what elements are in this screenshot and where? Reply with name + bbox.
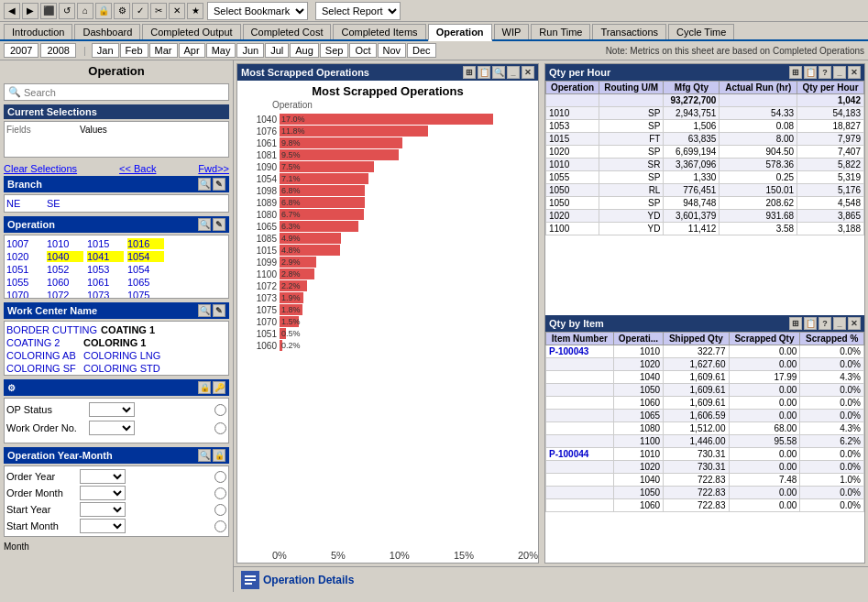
start-month-select[interactable] bbox=[80, 519, 126, 533]
back-icon[interactable]: ◀ bbox=[4, 3, 20, 19]
bar-chart-icon3[interactable]: 🔍 bbox=[492, 66, 505, 79]
work-order-select[interactable] bbox=[89, 421, 135, 435]
start-year-radio[interactable] bbox=[214, 504, 226, 516]
tab-completed-output[interactable]: Completed Output bbox=[142, 24, 240, 39]
bookmark-select[interactable]: Select Bookmark bbox=[207, 2, 308, 20]
op-1020[interactable]: 1020 bbox=[6, 251, 43, 262]
op-status-select[interactable] bbox=[89, 402, 135, 417]
qty-item-icon3[interactable]: ? bbox=[819, 317, 831, 330]
bar-chart-close[interactable]: ✕ bbox=[522, 66, 534, 79]
branch-ne[interactable]: NE bbox=[6, 198, 43, 209]
op-1070[interactable]: 1070 bbox=[6, 290, 43, 299]
x-icon[interactable]: ✕ bbox=[169, 3, 185, 19]
op-1041[interactable]: 1041 bbox=[87, 251, 124, 262]
ym-lock-icon[interactable]: 🔒 bbox=[213, 449, 225, 462]
wc-edit-icon[interactable]: ✎ bbox=[213, 304, 225, 317]
tab-completed-cost[interactable]: Completed Cost bbox=[243, 24, 332, 39]
lock-icon[interactable]: 🔒 bbox=[95, 3, 112, 19]
op-lock-icon[interactable]: 🔒 bbox=[198, 381, 211, 394]
tab-completed-items[interactable]: Completed Items bbox=[333, 24, 425, 39]
back-btn[interactable]: << Back bbox=[119, 163, 156, 174]
wc-coloring-lng[interactable]: COLORING LNG bbox=[83, 350, 160, 361]
op-1052[interactable]: 1052 bbox=[47, 264, 83, 275]
qty-hour-icon2[interactable]: 📋 bbox=[804, 66, 817, 79]
year-2007-btn[interactable]: 2007 bbox=[4, 43, 38, 58]
wc-coloring-sf[interactable]: COLORING SF bbox=[6, 363, 80, 374]
month-nov-btn[interactable]: Nov bbox=[378, 43, 407, 58]
op-1054a[interactable]: 1054 bbox=[127, 251, 164, 262]
fwd-btn[interactable]: Fwd>> bbox=[198, 163, 229, 174]
gear-icon[interactable]: ⚙ bbox=[114, 3, 130, 19]
month-feb-btn[interactable]: Feb bbox=[120, 43, 148, 58]
wc-coloring-ab[interactable]: COLORING AB bbox=[6, 350, 80, 361]
work-order-radio[interactable] bbox=[214, 422, 226, 434]
check-icon[interactable]: ✓ bbox=[132, 3, 148, 19]
month-mar-btn[interactable]: Mar bbox=[149, 43, 178, 58]
op-1073[interactable]: 1073 bbox=[87, 290, 124, 299]
order-month-select[interactable] bbox=[80, 486, 126, 500]
tab-cycle-time[interactable]: Cycle Time bbox=[668, 24, 734, 39]
op-1055[interactable]: 1055 bbox=[6, 277, 43, 288]
report-select[interactable]: Select Report bbox=[315, 2, 401, 20]
bar-chart-icon1[interactable]: ⊞ bbox=[463, 66, 476, 79]
wc-border-cutting[interactable]: BORDER CUTTING bbox=[6, 324, 97, 335]
operation-edit-icon[interactable]: ✎ bbox=[213, 218, 225, 231]
month-aug-btn[interactable]: Aug bbox=[290, 43, 319, 58]
op-1010[interactable]: 1010 bbox=[47, 238, 83, 249]
stop-icon[interactable]: ⬛ bbox=[40, 3, 57, 19]
qty-item-icon1[interactable]: ⊞ bbox=[789, 317, 802, 330]
year-2008-btn[interactable]: 2008 bbox=[40, 43, 75, 58]
refresh-icon[interactable]: ↺ bbox=[59, 3, 75, 19]
op-1051[interactable]: 1051 bbox=[6, 264, 43, 275]
op-1061[interactable]: 1061 bbox=[87, 277, 124, 288]
wc-coating1[interactable]: COATING 1 bbox=[101, 324, 174, 335]
start-year-select[interactable] bbox=[80, 502, 126, 517]
home-icon[interactable]: ⌂ bbox=[77, 3, 93, 19]
star-icon[interactable]: ★ bbox=[187, 3, 203, 19]
qty-item-icon2[interactable]: 📋 bbox=[804, 317, 817, 330]
order-month-radio[interactable] bbox=[214, 487, 226, 499]
qty-hour-icon1[interactable]: ⊞ bbox=[789, 66, 802, 79]
search-box[interactable]: 🔍 bbox=[4, 83, 229, 101]
tab-operation[interactable]: Operation bbox=[428, 24, 492, 41]
op-1054b[interactable]: 1054 bbox=[127, 264, 164, 275]
order-year-select[interactable] bbox=[80, 469, 126, 484]
start-month-radio[interactable] bbox=[214, 520, 226, 532]
bar-chart-icon2[interactable]: 📋 bbox=[478, 66, 490, 79]
tab-wip[interactable]: WIP bbox=[494, 24, 530, 39]
op-status-radio[interactable] bbox=[214, 404, 226, 416]
month-jun-btn[interactable]: Jun bbox=[236, 43, 264, 58]
qty-item-close[interactable]: ✕ bbox=[848, 317, 861, 330]
branch-edit-icon[interactable]: ✎ bbox=[213, 178, 225, 191]
branch-se[interactable]: SE bbox=[47, 198, 83, 209]
forward-icon[interactable]: ▶ bbox=[22, 3, 38, 19]
qty-item-minimize[interactable]: _ bbox=[833, 317, 846, 330]
wc-coloring-std[interactable]: COLORING STD bbox=[83, 363, 160, 374]
qty-hour-icon3[interactable]: ? bbox=[819, 66, 831, 79]
clear-selections-btn[interactable]: Clear Selections bbox=[4, 163, 77, 174]
cut-icon[interactable]: ✂ bbox=[150, 3, 167, 19]
search-input[interactable] bbox=[24, 87, 225, 98]
bar-chart-minimize[interactable]: _ bbox=[507, 66, 520, 79]
op-key-icon[interactable]: 🔑 bbox=[213, 381, 225, 394]
month-jul-btn[interactable]: Jul bbox=[265, 43, 289, 58]
wc-coating2[interactable]: COATING 2 bbox=[6, 337, 80, 348]
month-dec-btn[interactable]: Dec bbox=[407, 43, 436, 58]
order-year-radio[interactable] bbox=[214, 471, 226, 483]
op-1060[interactable]: 1060 bbox=[47, 277, 83, 288]
operation-search-icon[interactable]: 🔍 bbox=[198, 218, 211, 231]
wc-coloring1[interactable]: COLORING 1 bbox=[83, 337, 157, 348]
op-1072[interactable]: 1072 bbox=[47, 290, 83, 299]
ym-search-icon[interactable]: 🔍 bbox=[198, 449, 211, 462]
op-1007[interactable]: 1007 bbox=[6, 238, 43, 249]
tab-run-time[interactable]: Run Time bbox=[531, 24, 590, 39]
op-1075[interactable]: 1075 bbox=[127, 290, 164, 299]
op-1040[interactable]: 1040 bbox=[47, 251, 83, 262]
month-jan-btn[interactable]: Jan bbox=[92, 43, 119, 58]
tab-transactions[interactable]: Transactions bbox=[592, 24, 666, 39]
branch-search-icon[interactable]: 🔍 bbox=[198, 178, 211, 191]
month-oct-btn[interactable]: Oct bbox=[349, 43, 376, 58]
month-may-btn[interactable]: May bbox=[206, 43, 236, 58]
tab-dashboard[interactable]: Dashboard bbox=[74, 24, 140, 39]
qty-hour-close[interactable]: ✕ bbox=[848, 66, 861, 79]
